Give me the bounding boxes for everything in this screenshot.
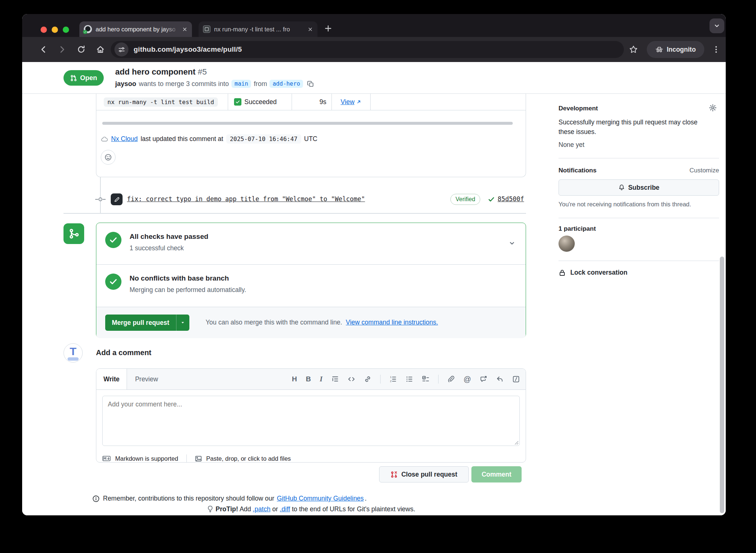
nx-cloud-comment-card: nx run-many -t lint test build Succeeded…	[96, 94, 526, 177]
patch-link[interactable]: .patch	[253, 505, 271, 513]
pr-number: #5	[198, 67, 207, 76]
traffic-light-close[interactable]	[41, 27, 47, 33]
commit-dot-icon	[95, 196, 106, 202]
code-icon[interactable]	[348, 375, 355, 383]
attach-file-icon[interactable]	[447, 375, 455, 383]
cli-merge-note: You can also merge this with the command…	[206, 319, 438, 326]
slash-commands-icon[interactable]	[512, 375, 520, 383]
commit-author-avatar[interactable]	[111, 193, 123, 205]
traffic-light-zoom[interactable]	[63, 27, 69, 33]
timeline-line	[100, 177, 101, 213]
nx-note-timestamp: 2025-07-10 16:46:47	[226, 134, 301, 144]
protip-or: or	[272, 505, 278, 513]
lock-conversation[interactable]: Lock conversation	[559, 269, 628, 276]
participants-title: 1 participant	[559, 225, 596, 233]
diff-link[interactable]: .diff	[280, 505, 290, 513]
cross-reference-icon[interactable]	[480, 375, 487, 383]
subscribe-button[interactable]: Subscribe	[559, 179, 719, 196]
quote-icon[interactable]	[331, 375, 339, 383]
guidelines-link[interactable]: GitHub Community Guidelines	[277, 495, 364, 502]
markdown-toolbar: H B I @	[292, 369, 520, 389]
copy-branch-icon[interactable]	[307, 80, 314, 87]
nx-note-text: last updated this comment at	[141, 135, 223, 143]
pr-title-text: add hero component	[115, 67, 196, 76]
ordered-list-icon[interactable]	[389, 375, 397, 383]
notifications-status: You're not receiving notifications from …	[559, 201, 719, 208]
protip-rest: to the end of URLs for Git's plaintext v…	[292, 505, 415, 513]
cli-instructions-link[interactable]: View command line instructions.	[346, 319, 438, 326]
git-merge-icon	[68, 228, 79, 239]
tab-search-chevron-button[interactable]	[709, 18, 724, 33]
browser-window: add hero component by jayso nx run-many …	[22, 14, 726, 515]
url-text[interactable]: github.com/jaysoo3/acme/pull/5	[134, 41, 242, 58]
nx-cloud-link[interactable]: Nx Cloud	[111, 135, 138, 143]
avatar-letter: T	[64, 345, 82, 358]
comment-submit-label: Comment	[482, 471, 512, 478]
browser-menu-button[interactable]	[712, 45, 721, 54]
tab-preview[interactable]: Preview	[127, 369, 166, 389]
tab-write[interactable]: Write	[96, 369, 127, 389]
saved-replies-icon[interactable]	[496, 375, 504, 383]
merge-pull-request-button[interactable]: Merge pull request	[105, 315, 176, 331]
checks-passed-title: All checks have passed	[130, 233, 208, 241]
close-pull-request-button[interactable]: Close pull request	[379, 466, 469, 482]
italic-icon[interactable]: I	[320, 375, 322, 383]
textarea-resize-grip[interactable]	[514, 440, 519, 445]
forward-button[interactable]	[58, 45, 66, 54]
incognito-badge: Incognito	[647, 41, 704, 58]
reload-button[interactable]	[77, 45, 86, 54]
participant-avatar[interactable]	[559, 236, 575, 252]
unordered-list-icon[interactable]	[406, 375, 413, 383]
guidelines-period: .	[365, 495, 367, 502]
pr-author[interactable]: jaysoo	[115, 80, 136, 88]
head-branch-chip[interactable]: add-hero	[269, 80, 303, 88]
page-vertical-scrollbar[interactable]	[720, 257, 724, 513]
heading-icon[interactable]: H	[292, 375, 297, 383]
comment-input[interactable]	[102, 396, 520, 446]
commit-sha-link[interactable]: 85d500f	[498, 195, 524, 203]
link-icon[interactable]	[364, 375, 371, 383]
base-branch-chip[interactable]: main	[231, 80, 251, 88]
comment-submit-button[interactable]: Comment	[471, 466, 522, 482]
bell-icon	[618, 184, 625, 191]
home-button[interactable]	[96, 45, 105, 54]
collapse-checks-chevron-icon[interactable]	[509, 240, 515, 247]
paste-files-note[interactable]: Paste, drop, or click to add files	[206, 455, 291, 462]
pr-title: add hero component #5	[115, 67, 207, 77]
customize-link[interactable]: Customize	[690, 167, 719, 174]
bookmark-star-icon[interactable]	[629, 45, 638, 54]
tab-title: add hero component by jayso	[96, 26, 175, 33]
development-gear-icon[interactable]	[709, 104, 717, 112]
check-status-text: Succeeded	[244, 98, 277, 106]
tab-nx-run[interactable]: nx run-many -t lint test ... fro	[199, 21, 317, 37]
table-horizontal-scrollbar[interactable]	[102, 122, 513, 125]
tab-pull-request[interactable]: add hero component by jayso	[79, 21, 192, 37]
footer-separator	[186, 454, 187, 463]
cloud-icon	[101, 135, 108, 143]
protip-label: ProTip!	[216, 505, 238, 513]
git-pull-request-icon	[70, 75, 77, 82]
bold-icon[interactable]: B	[306, 375, 311, 383]
back-button[interactable]	[39, 45, 48, 54]
task-list-icon[interactable]	[422, 375, 429, 383]
add-reaction-button[interactable]	[101, 150, 116, 165]
closed-pr-icon	[391, 471, 398, 478]
markdown-note[interactable]: Markdown is supported	[115, 455, 178, 462]
mention-icon[interactable]: @	[464, 375, 471, 384]
traffic-light-minimize[interactable]	[52, 27, 58, 33]
merge-options-caret-button[interactable]	[176, 315, 189, 331]
terminal-favicon	[203, 25, 210, 33]
tab-close-icon[interactable]	[182, 27, 188, 32]
address-bar[interactable]: github.com/jaysoo3/acme/pull/5	[111, 41, 624, 58]
image-icon	[195, 455, 202, 462]
tab-close-icon[interactable]	[307, 27, 313, 32]
commit-message-link[interactable]: fix: correct typo in demo app title from…	[127, 195, 365, 203]
verified-badge[interactable]: Verified	[450, 194, 480, 205]
site-info-button[interactable]	[114, 42, 128, 56]
view-check-link[interactable]: View	[341, 98, 355, 106]
merge-button-group: Merge pull request	[105, 315, 189, 331]
pen-icon	[114, 196, 120, 203]
caret-down-icon	[180, 320, 185, 325]
new-tab-button[interactable]	[324, 24, 332, 32]
tab-title: nx run-many -t lint test ... fro	[214, 26, 290, 33]
